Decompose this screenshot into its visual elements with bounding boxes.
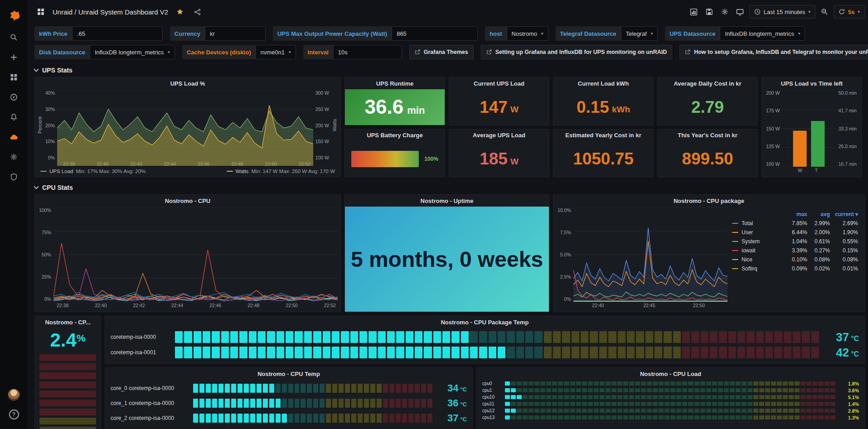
legend-header-avg[interactable]: avg xyxy=(807,211,830,217)
y-axis-ticks-left: 100%75%50%25%0% xyxy=(37,207,53,302)
panel-title[interactable]: Nostromo - CPU Package Temp xyxy=(105,316,864,328)
panel-title[interactable]: UPS Battery Charge xyxy=(345,130,445,141)
variable-value: 865 xyxy=(397,30,407,37)
apps-icon[interactable] xyxy=(0,127,28,147)
bar-T xyxy=(811,121,825,167)
star-icon[interactable] xyxy=(174,5,186,18)
variable-label: Currency xyxy=(170,26,205,41)
led-segment xyxy=(39,354,96,361)
panel-title[interactable]: Nostromo - CPU package xyxy=(553,195,864,207)
panel-average-daily-cost: Average Daily Cost in kr 2.79 xyxy=(657,77,758,125)
section-cpu-stats[interactable]: CPU Stats xyxy=(34,181,865,194)
variable-input[interactable]: kr xyxy=(205,26,266,41)
variable-input[interactable]: 10s xyxy=(333,45,402,59)
legend-value-max: 3.39% xyxy=(782,247,807,254)
explore-icon[interactable] xyxy=(0,87,28,107)
panel-title[interactable]: Average UPS Load xyxy=(449,130,549,141)
led-column-gauge xyxy=(35,354,101,429)
search-icon[interactable] xyxy=(0,27,28,47)
panel-title[interactable]: Average Daily Cost in kr xyxy=(658,77,757,89)
dashboard-link-grafana-themes[interactable]: Grafana Themes xyxy=(409,45,474,59)
legend-series-iowait[interactable]: iowait xyxy=(732,247,782,254)
cycle-view-icon[interactable] xyxy=(734,5,747,18)
stat-column: UPS Runtime 36.6 min UPS Battery Charge … xyxy=(344,77,445,177)
panel-current-ups-load: Current UPS Load 147W xyxy=(449,77,549,125)
alerting-icon[interactable] xyxy=(0,107,28,127)
dashboard-link-how-to-setup-grafana-influxdb-and-telegr[interactable]: How to setup Grafana, InfluxDB and Teleg… xyxy=(679,45,868,59)
x-axis-ticks: 22:3822:4022:4222:4422:4622:4822:5022:52 xyxy=(35,303,340,310)
gauge-label: cpu13 xyxy=(482,415,500,420)
main-content: Unraid / Unraid System Dashboard V2 Last… xyxy=(28,0,868,429)
y-axis-label-right: Watts xyxy=(331,90,338,160)
stat-background: 5 months, 0 weeks xyxy=(345,207,549,312)
variable-label: Disk Datasource xyxy=(34,45,90,59)
variable-select[interactable]: InfluxDB longterm_metrics▾ xyxy=(90,45,175,59)
led-gauge: cpu01.8%cpu13.6%cpu105.1%cpu111.4%cpu122… xyxy=(477,380,864,429)
panel-title[interactable]: Nostromo - CPU Temp xyxy=(105,368,472,380)
variable-select[interactable]: nvme0n1▾ xyxy=(256,45,296,59)
panel-title[interactable]: Nostromo - CP... xyxy=(35,316,101,328)
gauge-cells xyxy=(175,347,819,358)
legend-series-total[interactable]: Total xyxy=(732,220,782,227)
zoom-out-icon[interactable] xyxy=(818,5,831,18)
legend-value-max: 0.09% xyxy=(782,265,807,272)
panel-this-years-cost: This Year's Cost in kr 899.50 xyxy=(657,129,758,178)
variable-label: kWh Price xyxy=(34,26,72,41)
stat-unit: min xyxy=(407,105,425,116)
panel-title[interactable]: Current UPS Load xyxy=(449,77,549,89)
configuration-icon[interactable] xyxy=(0,147,28,167)
variable-select[interactable]: InfluxDB longterm_metrics▾ xyxy=(720,26,805,41)
gauge-label: core_0 coretemp-isa-0000 xyxy=(111,385,189,391)
variable-ups-max-output-power-capacity-watt: UPS Max Output Power Capacity (Watt)865 xyxy=(273,26,478,41)
time-range-picker[interactable]: Last 15 minutes ▾ xyxy=(749,5,815,19)
panel-ups-battery: UPS Battery Charge 100% xyxy=(344,129,445,178)
panel-title[interactable]: UPS Runtime xyxy=(345,77,445,89)
share-icon[interactable] xyxy=(191,5,204,18)
panel-title[interactable]: UPS Load % xyxy=(35,77,340,89)
stat-value: 147 xyxy=(480,99,508,116)
variable-select[interactable]: Telegraf▾ xyxy=(621,26,658,41)
legend-header-max[interactable]: max xyxy=(782,211,807,217)
grafana-logo[interactable] xyxy=(0,3,28,27)
security-icon[interactable] xyxy=(0,167,28,187)
gauge-label: cpu0 xyxy=(482,381,500,386)
dashboard-title[interactable]: Unraid / Unraid System Dashboard V2 xyxy=(53,8,168,16)
legend-series-user[interactable]: User xyxy=(732,229,782,236)
led-row-cpu0: cpu01.8% xyxy=(477,381,864,386)
stat-value: 1050.75 xyxy=(573,150,634,167)
dashboard-settings-icon[interactable] xyxy=(718,5,731,18)
section-ups-stats[interactable]: UPS Stats xyxy=(34,63,865,77)
legend-item-watts[interactable]: WattsMin: 147 W Max: 260 W Avg: 170 W xyxy=(227,169,335,174)
variable-select[interactable]: Nostromo▾ xyxy=(507,26,548,41)
refresh-picker[interactable]: 5s ▾ xyxy=(834,5,865,19)
legend-header-current[interactable]: current ▾ xyxy=(830,211,858,217)
legend-item-ups-load[interactable]: UPS LoadMin: 17% Max: 30% Avg: 20% xyxy=(40,169,145,174)
axis-tick: 100% xyxy=(39,207,51,213)
stat-value: 2.4 xyxy=(50,331,77,350)
row-ups: UPS Load % Percent 40%30%20%10%0% 300 W2… xyxy=(34,77,865,177)
panel-title[interactable]: This Year's Cost in kr xyxy=(658,130,757,141)
user-avatar[interactable] xyxy=(0,385,28,405)
variable-input[interactable]: .65 xyxy=(72,26,163,41)
panel-title[interactable]: Nostromo - Uptime xyxy=(345,195,549,207)
panel-title[interactable]: Nostromo - CPU Load xyxy=(477,368,864,380)
variable-input[interactable]: 865 xyxy=(392,26,478,41)
stat-value-wrap: 2.4 % xyxy=(35,328,101,354)
legend-series-nice[interactable]: Nice xyxy=(732,256,782,263)
create-icon[interactable] xyxy=(0,47,28,67)
refresh-interval-label: 5s xyxy=(848,9,854,15)
help-icon[interactable]: ? xyxy=(0,405,28,424)
legend-series-system[interactable]: System xyxy=(732,238,782,245)
stat-value: 2.79 xyxy=(691,99,724,116)
panel-title[interactable]: Nostromo - CPU xyxy=(35,195,340,207)
dashboard-link-setting-up-grafana-and-influxdb-for-ups-[interactable]: Setting up Grafana and InfluxDB for UPS … xyxy=(481,45,672,59)
panel-title[interactable]: Estimated Yearly Cost in kr xyxy=(553,130,653,141)
apps-grid-icon[interactable] xyxy=(34,5,47,18)
add-panel-icon[interactable] xyxy=(688,5,700,18)
dashboards-icon[interactable] xyxy=(0,67,28,87)
panel-title[interactable]: Current Load kWh xyxy=(553,77,653,89)
axis-tick: 33.3 min xyxy=(839,126,857,131)
save-dashboard-icon[interactable] xyxy=(703,5,716,18)
legend-series-softirq[interactable]: Softirq xyxy=(732,265,782,272)
panel-title[interactable]: UPS Load vs Time left xyxy=(762,77,862,89)
